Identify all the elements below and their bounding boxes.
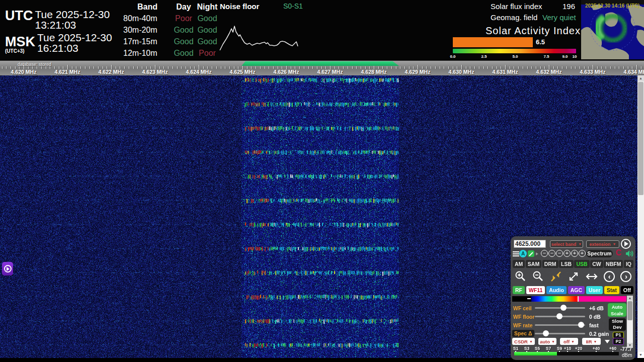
zoom-out-button[interactable] xyxy=(532,270,544,283)
s-meter-tick xyxy=(612,351,613,352)
aperture-auto-button[interactable]: A xyxy=(519,250,527,257)
waterfall-colormap-bar[interactable] xyxy=(512,296,626,302)
mode-button-lsb[interactable]: LSB xyxy=(559,260,574,268)
band-conditions-table: BandDayNight80m-40mPoorGood30m-20mGoodGo… xyxy=(123,1,219,59)
msk-date: Tue 2025-12-30 xyxy=(37,32,112,43)
freq-label: 4.634 MHz xyxy=(624,69,644,75)
panel-tab-wf11[interactable]: WF11 xyxy=(526,286,545,294)
chevron-down-icon: ▼ xyxy=(551,340,555,343)
slider-label: WF floor xyxy=(513,314,535,320)
slider-track[interactable] xyxy=(535,324,585,326)
scroll-up-icon[interactable]: ▲ xyxy=(637,75,644,81)
collapse-panel-icon[interactable] xyxy=(605,340,610,343)
slider-knob[interactable] xyxy=(578,322,584,328)
panel-tab-off[interactable]: Off xyxy=(621,286,633,294)
dropdown-off[interactable]: off▼ xyxy=(560,338,578,345)
freq-tick xyxy=(129,66,129,69)
s-meter-tick xyxy=(526,351,527,352)
spectrum-span-button[interactable] xyxy=(585,270,598,283)
page-scrollbar[interactable]: ▲ ▼ xyxy=(637,75,644,358)
zoom-to-band-button[interactable] xyxy=(550,270,562,283)
panel-tab-user[interactable]: User xyxy=(586,286,603,294)
freq-label: 4.633 MHz xyxy=(580,69,606,75)
panel-play-button[interactable] xyxy=(621,239,631,249)
floor-marker[interactable] xyxy=(527,298,531,299)
mode-button-nbfm[interactable]: NBFM xyxy=(604,260,623,268)
band-col-header: Band xyxy=(123,1,172,13)
freq-label: 4.620 MHz xyxy=(11,69,37,75)
s-meter-bar xyxy=(514,352,619,355)
freq-tick xyxy=(479,66,479,69)
freq-tick xyxy=(304,66,304,69)
freq-tick xyxy=(343,66,344,69)
slider-knob[interactable] xyxy=(556,313,562,319)
freq-tick xyxy=(181,66,182,69)
geomag-label: Geomag. field xyxy=(491,13,537,22)
mode-buttons: AMSAMDRMLSBUSBCWNBFMIQ xyxy=(513,260,633,268)
dropdown-auto[interactable]: auto▼ xyxy=(538,338,556,345)
slider-track[interactable] xyxy=(535,333,585,334)
volume-increase-button[interactable]: + xyxy=(579,250,586,257)
volume-decrease-button[interactable]: − xyxy=(541,250,548,257)
spectrum-button[interactable]: Spectrum xyxy=(586,250,613,257)
frequency-input[interactable] xyxy=(514,240,546,248)
scroll-down-icon[interactable]: ▼ xyxy=(627,343,633,348)
freq-tick xyxy=(124,66,125,69)
zoom-in-button[interactable] xyxy=(515,270,527,283)
volume-increase-button[interactable]: + xyxy=(571,250,578,257)
page-right-button[interactable]: › xyxy=(620,271,631,282)
panel-tab-audio[interactable]: Audio xyxy=(546,286,567,294)
slider-knob[interactable] xyxy=(560,305,567,311)
freq-tick xyxy=(571,66,572,69)
colormap-edit-icon[interactable] xyxy=(528,250,534,257)
panel-scrollbar-thumb[interactable] xyxy=(627,301,632,320)
mode-button-usb[interactable]: USB xyxy=(574,260,589,268)
page-left-button[interactable]: ‹ xyxy=(604,271,615,282)
panel-tab-stat[interactable]: Stat xyxy=(604,286,619,294)
play-overlay-button[interactable] xyxy=(2,262,13,276)
volume-decrease-button[interactable]: − xyxy=(548,250,555,257)
volume-decrease-button[interactable]: − xyxy=(556,250,563,257)
freq-label: 4.629 MHz xyxy=(405,69,431,75)
frequency-scale[interactable]: database: stored 4.620 MHz4.621 MHz4.622… xyxy=(0,60,644,75)
slider-track[interactable] xyxy=(535,307,585,309)
menu-icon[interactable] xyxy=(513,251,519,257)
play-icon xyxy=(624,241,628,246)
freq-label: 4.625 MHz xyxy=(230,69,256,75)
panel-tab-rf[interactable]: RF xyxy=(513,286,525,294)
panel-tab-agc[interactable]: AGC xyxy=(568,286,585,294)
freq-tick xyxy=(400,66,400,69)
mode-button-drm[interactable]: DRM xyxy=(542,260,558,268)
select-band-dropdown[interactable]: select band▼ xyxy=(550,240,583,248)
s-meter-tick xyxy=(548,351,549,352)
freq-tick xyxy=(41,66,42,69)
mode-button-sam[interactable]: SAM xyxy=(526,260,541,268)
volume-increase-button[interactable]: + xyxy=(564,250,571,257)
sai-tick-label: 10 xyxy=(573,54,577,59)
mode-button-am[interactable]: AM xyxy=(513,260,525,268)
slow-dev-button[interactable]: Slow Dev xyxy=(609,318,626,331)
zoom-full-out-button[interactable] xyxy=(568,270,580,283)
page-scrollbar-thumb[interactable] xyxy=(638,82,643,195)
record-c-icon[interactable]: C xyxy=(616,248,622,257)
mode-button-cw[interactable]: CW xyxy=(590,260,603,268)
dropdown-csdr[interactable]: CSDR▼ xyxy=(512,338,535,345)
panel-scrollbar[interactable]: ▲ ▼ xyxy=(627,296,633,348)
slider-label[interactable]: Spec Δ xyxy=(512,330,534,337)
dropdown-iir[interactable]: IIR▼ xyxy=(582,338,601,345)
scroll-down-icon[interactable]: ▼ xyxy=(637,352,644,358)
speaker-icon[interactable] xyxy=(625,250,634,259)
auto-scale-button[interactable]: Auto Scale xyxy=(608,303,626,317)
freq-tick xyxy=(474,66,475,69)
mode-button-iq[interactable]: IQ xyxy=(624,260,633,268)
preset-2-button[interactable]: P2 xyxy=(613,338,624,345)
slider-knob[interactable] xyxy=(543,330,549,336)
play-icon xyxy=(4,265,12,273)
night-condition: Poor xyxy=(196,47,219,59)
extension-dropdown[interactable]: extension▼ xyxy=(586,240,619,248)
freq-label: 4.624 MHz xyxy=(186,69,212,75)
freq-tick xyxy=(615,66,615,69)
sai-tick-label: 9.0 xyxy=(562,54,568,59)
scroll-up-icon[interactable]: ▲ xyxy=(627,296,633,301)
passband-indicator[interactable] xyxy=(242,61,399,66)
